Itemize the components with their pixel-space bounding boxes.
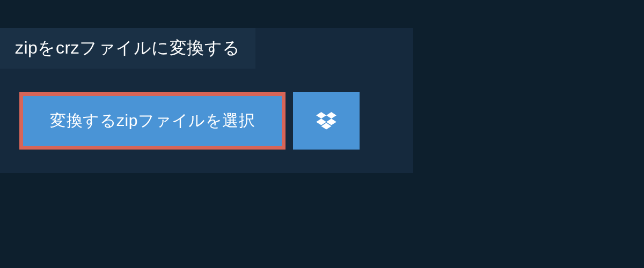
converter-panel: zipをcrzファイルに変換する 変換するzipファイルを選択 — [0, 28, 413, 173]
button-row: 変換するzipファイルを選択 — [19, 92, 413, 150]
title-bar: zipをcrzファイルに変換する — [0, 28, 255, 69]
page-title: zipをcrzファイルに変換する — [15, 38, 240, 57]
dropbox-icon — [316, 112, 336, 130]
dropbox-button[interactable] — [293, 92, 360, 150]
select-file-button[interactable]: 変換するzipファイルを選択 — [19, 92, 286, 150]
